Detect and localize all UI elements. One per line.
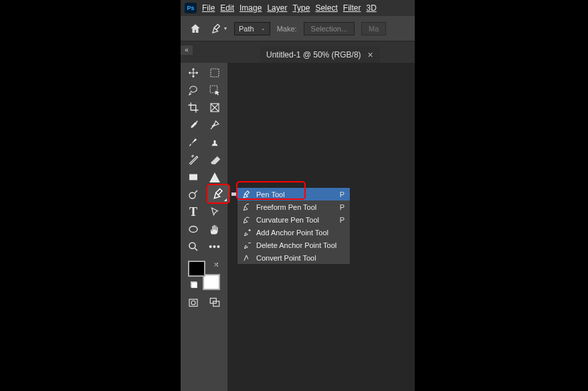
add-anchor-icon — [241, 228, 252, 237]
default-colors-icon[interactable] — [191, 281, 197, 288]
svg-point-3 — [212, 126, 213, 127]
crop-tool[interactable] — [185, 100, 201, 115]
options-bar: ▾ Path ⌄ Make: Selection... Ma — [181, 16, 415, 41]
flyout-curvature-pen[interactable]: Curvature Pen Tool P — [237, 213, 350, 226]
svg-rect-10 — [189, 299, 197, 307]
flyout-shortcut: P — [340, 203, 345, 211]
curvature-pen-icon — [241, 215, 252, 225]
menu-edit[interactable]: Edit — [220, 3, 234, 13]
menu-file[interactable]: File — [202, 3, 215, 13]
svg-point-8 — [189, 227, 197, 233]
dodge-tool[interactable] — [185, 187, 201, 202]
quick-select-tool[interactable] — [207, 83, 223, 98]
swap-colors-icon[interactable]: ⤭ — [213, 261, 219, 268]
clone-stamp-tool[interactable] — [207, 135, 223, 150]
flyout-convert-point[interactable]: Convert Point Tool — [237, 251, 350, 264]
delete-anchor-icon — [241, 241, 252, 250]
path-mode-dropdown[interactable]: Path ⌄ — [234, 22, 270, 35]
flyout-add-anchor[interactable]: Add Anchor Point Tool — [237, 226, 350, 239]
move-tool[interactable] — [185, 66, 201, 80]
lasso-tool[interactable] — [185, 83, 201, 98]
path-select-tool[interactable] — [207, 205, 223, 219]
flyout-label: Add Anchor Point Tool — [256, 229, 340, 237]
toolbox: T ••• ⤭ — [181, 63, 227, 391]
menu-3d[interactable]: 3D — [366, 3, 376, 13]
panel-collapse-button[interactable]: « — [181, 45, 193, 55]
freeform-pen-icon — [241, 203, 252, 212]
svg-rect-5 — [189, 174, 197, 180]
flyout-label: Curvature Pen Tool — [256, 216, 336, 224]
flyout-shortcut: P — [340, 190, 345, 199]
svg-point-11 — [191, 301, 195, 305]
pen-icon — [241, 190, 252, 199]
blur-tool[interactable] — [207, 170, 223, 184]
zoom-tool[interactable] — [185, 239, 201, 254]
menubar: Ps File Edit Image Layer Type Select Fil… — [181, 0, 415, 16]
eraser-tool[interactable] — [207, 152, 223, 167]
hand-tool[interactable] — [207, 222, 223, 237]
foreground-color[interactable] — [188, 261, 205, 277]
svg-point-7 — [189, 192, 195, 199]
eyedropper-tool[interactable] — [185, 118, 201, 132]
flyout-label: Delete Anchor Point Tool — [256, 241, 340, 249]
brush-tool[interactable] — [185, 135, 201, 150]
healing-brush-tool[interactable] — [207, 118, 223, 132]
svg-point-4 — [214, 124, 215, 126]
flyout-label: Freeform Pen Tool — [256, 203, 336, 211]
path-mode-label: Path — [239, 25, 254, 33]
convert-point-icon — [241, 253, 252, 263]
screen-mode-button[interactable] — [207, 295, 223, 310]
chevron-down-icon: ⌄ — [261, 25, 266, 31]
menu-layer[interactable]: Layer — [267, 3, 287, 13]
make-selection-button[interactable]: Selection... — [304, 22, 355, 35]
pen-tool-flyout: Pen Tool P Freeform Pen Tool P Curvature… — [237, 187, 351, 265]
flyout-label: Convert Point Tool — [256, 254, 340, 262]
flyout-connector — [231, 192, 237, 196]
frame-tool[interactable] — [207, 100, 223, 115]
marquee-tool[interactable] — [207, 66, 223, 80]
flyout-delete-anchor[interactable]: Delete Anchor Point Tool — [237, 239, 350, 251]
flyout-freeform-pen[interactable]: Freeform Pen Tool P — [237, 201, 350, 213]
home-icon[interactable] — [187, 21, 203, 37]
edit-toolbar-button[interactable]: ••• — [207, 239, 223, 254]
menu-select[interactable]: Select — [315, 3, 337, 13]
make-mask-button[interactable]: Ma — [361, 22, 386, 35]
flyout-shortcut: P — [340, 216, 345, 224]
shape-tool[interactable] — [185, 222, 201, 237]
svg-point-9 — [189, 243, 195, 249]
menu-filter[interactable]: Filter — [343, 3, 361, 13]
history-brush-tool[interactable] — [185, 152, 201, 167]
pen-tool-preset[interactable]: ▾ — [210, 21, 227, 36]
document-tab[interactable]: Untitled-1 @ 50% (RGB/8) × — [260, 47, 380, 63]
make-label: Make: — [277, 25, 297, 33]
pen-tool-highlighted[interactable] — [207, 184, 230, 204]
flyout-label: Pen Tool — [256, 190, 336, 199]
type-tool[interactable]: T — [185, 205, 201, 219]
chevron-down-icon: ▾ — [224, 25, 227, 31]
gradient-tool[interactable] — [185, 170, 201, 184]
color-swatches[interactable]: ⤭ — [188, 261, 220, 290]
close-icon[interactable]: × — [368, 49, 373, 60]
menu-type[interactable]: Type — [292, 3, 310, 13]
flyout-indicator-icon — [224, 199, 227, 201]
quick-mask-button[interactable] — [185, 295, 201, 310]
menu-image[interactable]: Image — [239, 3, 262, 13]
flyout-pen-tool[interactable]: Pen Tool P — [237, 188, 350, 201]
document-tabstrip: Untitled-1 @ 50% (RGB/8) × — [260, 47, 380, 63]
document-title: Untitled-1 @ 50% (RGB/8) — [266, 50, 361, 59]
svg-rect-0 — [211, 69, 219, 77]
ps-logo[interactable]: Ps — [185, 3, 197, 13]
